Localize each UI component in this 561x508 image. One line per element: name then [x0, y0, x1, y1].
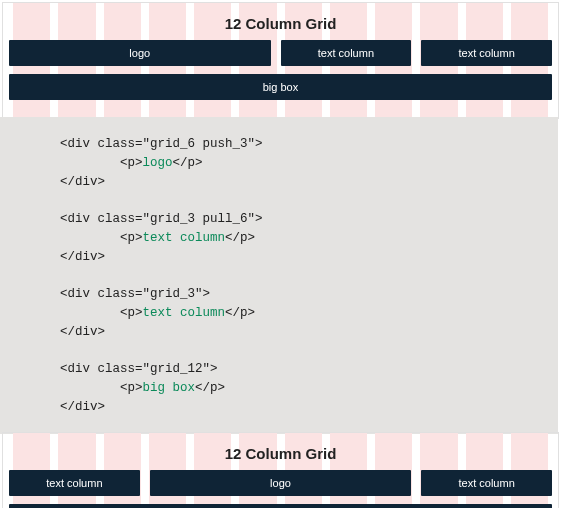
code-text: </div> — [60, 250, 105, 264]
code-sample: <div class="grid_6 push_3"> <p>logo</p> … — [0, 117, 558, 434]
code-text: <p> — [60, 156, 143, 170]
grid-title-bottom: 12 Column Grid — [9, 439, 552, 470]
box-big-box: big box — [9, 504, 552, 508]
box-text-column: text column — [421, 470, 552, 496]
code-value: logo — [143, 156, 173, 170]
code-text: <div class="grid_3"> — [60, 287, 210, 301]
code-text: </p> — [225, 231, 255, 245]
code-text: <p> — [60, 231, 143, 245]
box-text-column: text column — [9, 470, 140, 496]
grid-row: text column logo text column — [9, 470, 552, 496]
box-text-column: text column — [421, 40, 552, 66]
code-text: <p> — [60, 306, 143, 320]
box-logo: logo — [150, 470, 412, 496]
box-big-box: big box — [9, 74, 552, 100]
code-value: big box — [143, 381, 196, 395]
grid-row: big box — [9, 74, 552, 100]
box-text-column: text column — [281, 40, 412, 66]
box-logo: logo — [9, 40, 271, 66]
code-text: </p> — [173, 156, 203, 170]
code-text: </p> — [195, 381, 225, 395]
code-text: <p> — [60, 381, 143, 395]
code-value: text column — [143, 306, 226, 320]
code-text: <div class="grid_6 push_3"> — [60, 137, 263, 151]
grid-demo-top: 12 Column Grid logo text column text col… — [2, 2, 559, 119]
grid-row: big box — [9, 504, 552, 508]
code-text: <div class="grid_3 pull_6"> — [60, 212, 263, 226]
code-text: </div> — [60, 400, 105, 414]
code-value: text column — [143, 231, 226, 245]
code-text: </div> — [60, 325, 105, 339]
code-text: <div class="grid_12"> — [60, 362, 218, 376]
code-text: </div> — [60, 175, 105, 189]
grid-demo-bottom: 12 Column Grid text column logo text col… — [2, 432, 559, 508]
grid-title-top: 12 Column Grid — [9, 9, 552, 40]
code-text: </p> — [225, 306, 255, 320]
grid-row: logo text column text column — [9, 40, 552, 66]
